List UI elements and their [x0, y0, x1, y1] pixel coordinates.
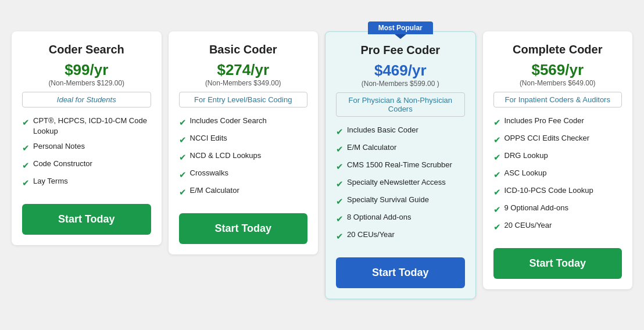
feature-text: Includes Basic Coder: [347, 125, 418, 135]
feature-text: Specialty Survival Guide: [347, 195, 429, 205]
plan-title: Coder Search: [22, 43, 151, 56]
check-icon: ✔: [179, 116, 187, 128]
start-today-button[interactable]: Start Today: [336, 257, 465, 288]
feature-item: ✔ NCD & LCD Lookups: [179, 150, 308, 163]
plan-nonmember: (Non-Members $129.00): [22, 79, 151, 87]
feature-item: ✔ 8 Optional Add-ons: [336, 212, 465, 225]
feature-text: CMS 1500 Real-Time Scrubber: [347, 160, 452, 170]
feature-text: Code Constructor: [33, 159, 92, 169]
feature-item: ✔ NCCI Edits: [179, 133, 308, 146]
feature-item: ✔ 20 CEUs/Year: [493, 220, 622, 233]
pricing-container: Coder Search$99/yr(Non-Members $129.00)I…: [12, 31, 632, 299]
check-icon: ✔: [22, 116, 30, 128]
plan-nonmember: (Non-Members $649.00): [493, 79, 622, 87]
feature-item: ✔ Lay Terms: [22, 176, 151, 189]
feature-text: CPT®, HCPCS, ICD-10-CM Code Lookup: [33, 116, 151, 137]
feature-item: ✔ Includes Basic Coder: [336, 125, 465, 138]
plan-nonmember: (Non-Members $599.00 ): [336, 80, 465, 88]
check-icon: ✔: [22, 177, 30, 189]
check-icon: ✔: [179, 134, 187, 146]
feature-text: 8 Optional Add-ons: [347, 212, 412, 223]
start-today-button[interactable]: Start Today: [22, 204, 151, 235]
check-icon: ✔: [336, 178, 344, 190]
check-icon: ✔: [493, 168, 501, 181]
start-today-button[interactable]: Start Today: [179, 213, 308, 244]
plan-nonmember: (Non-Members $349.00): [179, 79, 308, 87]
feature-item: ✔ 20 CEUs/Year: [336, 229, 465, 242]
plan-price: $569/yr: [493, 61, 622, 79]
check-icon: ✔: [336, 125, 344, 138]
feature-text: NCD & LCD Lookups: [190, 150, 262, 161]
feature-text: DRG Lookup: [505, 150, 548, 161]
feature-item: ✔ Includes Pro Fee Coder: [493, 116, 622, 128]
check-icon: ✔: [179, 186, 187, 198]
feature-item: ✔ Crosswalks: [179, 168, 308, 181]
check-icon: ✔: [336, 213, 344, 225]
check-icon: ✔: [336, 160, 344, 173]
feature-item: ✔ Specialty Survival Guide: [336, 195, 465, 207]
feature-item: ✔ E/M Calculator: [179, 185, 308, 198]
check-icon: ✔: [493, 151, 501, 163]
feature-text: E/M Calculator: [347, 142, 396, 153]
check-icon: ✔: [336, 230, 344, 242]
feature-text: Lay Terms: [33, 176, 68, 186]
feature-text: 9 Optional Add-ons: [505, 203, 569, 213]
feature-item: ✔ Includes Coder Search: [179, 116, 308, 128]
plan-tagline: Ideal for Students: [22, 92, 151, 107]
plan-features: ✔ CPT®, HCPCS, ICD-10-CM Code Lookup ✔ P…: [22, 116, 151, 193]
plan-card-coder-search: Coder Search$99/yr(Non-Members $129.00)I…: [12, 31, 162, 245]
plan-card-basic-coder: Basic Coder$274/yr(Non-Members $349.00)F…: [169, 31, 319, 254]
feature-item: ✔ E/M Calculator: [336, 142, 465, 155]
feature-item: ✔ CMS 1500 Real-Time Scrubber: [336, 160, 465, 173]
feature-item: ✔ DRG Lookup: [493, 150, 622, 163]
plan-tagline: For Entry Level/Basic Coding: [179, 92, 308, 107]
feature-text: ICD-10-PCS Code Lookup: [505, 185, 593, 196]
plan-title: Basic Coder: [179, 43, 308, 56]
feature-text: Includes Coder Search: [190, 116, 267, 126]
plan-price: $274/yr: [179, 61, 308, 79]
feature-item: ✔ 9 Optional Add-ons: [493, 203, 622, 216]
feature-item: ✔ ICD-10-PCS Code Lookup: [493, 185, 622, 198]
feature-item: ✔ Code Constructor: [22, 159, 151, 171]
feature-item: ✔ OPPS CCI Edits Checker: [493, 133, 622, 146]
feature-item: ✔ Personal Notes: [22, 141, 151, 154]
start-today-button[interactable]: Start Today: [493, 248, 622, 279]
feature-item: ✔ CPT®, HCPCS, ICD-10-CM Code Lookup: [22, 116, 151, 137]
check-icon: ✔: [22, 159, 30, 171]
plan-features: ✔ Includes Coder Search ✔ NCCI Edits ✔ N…: [179, 116, 308, 203]
check-icon: ✔: [493, 186, 501, 198]
check-icon: ✔: [336, 143, 344, 155]
check-icon: ✔: [493, 134, 501, 146]
feature-text: ASC Lookup: [505, 168, 547, 178]
plan-tagline: For Physician & Non-Physician Coders: [336, 92, 465, 117]
check-icon: ✔: [22, 142, 30, 154]
check-icon: ✔: [336, 195, 344, 207]
plan-card-pro-fee-coder: Most Popular Pro Fee Coder$469/yr(Non-Me…: [325, 31, 476, 299]
feature-item: ✔ ASC Lookup: [493, 168, 622, 181]
plan-features: ✔ Includes Basic Coder ✔ E/M Calculator …: [336, 125, 465, 247]
check-icon: ✔: [179, 168, 187, 181]
feature-text: Personal Notes: [33, 141, 85, 152]
feature-text: Crosswalks: [190, 168, 228, 178]
plan-tagline: For Inpatient Coders & Auditors: [493, 92, 622, 107]
popular-badge: Most Popular: [368, 21, 433, 34]
feature-text: NCCI Edits: [190, 133, 227, 144]
plan-features: ✔ Includes Pro Fee Coder ✔ OPPS CCI Edit…: [493, 116, 622, 238]
feature-text: 20 CEUs/Year: [347, 229, 395, 240]
feature-text: Includes Pro Fee Coder: [505, 116, 584, 126]
feature-text: Specialty eNewsletter Access: [347, 177, 446, 188]
check-icon: ✔: [493, 221, 501, 233]
check-icon: ✔: [493, 116, 501, 128]
check-icon: ✔: [179, 151, 187, 163]
feature-text: OPPS CCI Edits Checker: [505, 133, 590, 144]
plan-title: Pro Fee Coder: [336, 44, 465, 57]
plan-price: $99/yr: [22, 61, 151, 79]
plan-price: $469/yr: [336, 62, 465, 80]
check-icon: ✔: [493, 203, 501, 216]
popular-badge-triangle: [395, 34, 406, 39]
feature-item: ✔ Specialty eNewsletter Access: [336, 177, 465, 190]
popular-badge-wrapper: Most Popular: [368, 21, 433, 39]
feature-text: E/M Calculator: [190, 185, 239, 196]
feature-text: 20 CEUs/Year: [505, 220, 552, 231]
plan-title: Complete Coder: [493, 43, 622, 56]
